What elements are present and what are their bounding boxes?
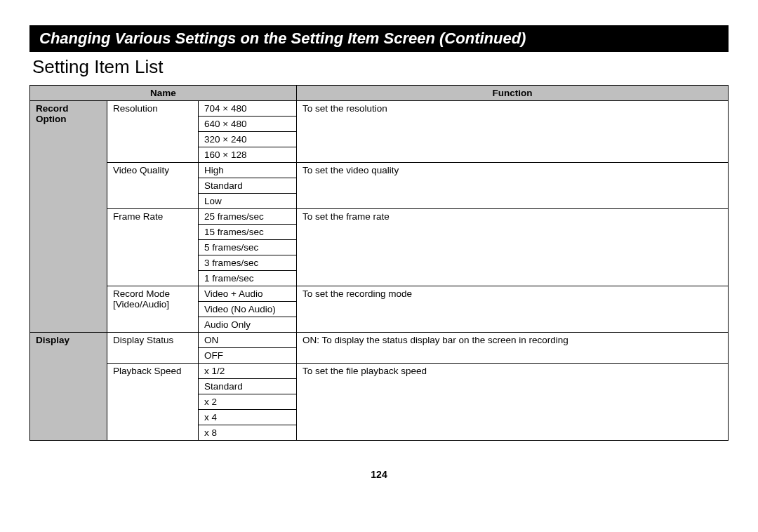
function-record-mode: To set the recording mode bbox=[297, 286, 729, 333]
option-cell: Audio Only bbox=[199, 317, 297, 333]
option-cell: 160 × 128 bbox=[199, 147, 297, 163]
option-cell: x 1/2 bbox=[199, 364, 297, 379]
option-cell: ON bbox=[199, 333, 297, 348]
setting-name-frame-rate: Frame Rate bbox=[107, 209, 199, 286]
option-cell: 5 frames/sec bbox=[199, 240, 297, 255]
option-cell: 3 frames/sec bbox=[199, 255, 297, 271]
table-row: Frame Rate 25 frames/sec To set the fram… bbox=[30, 209, 729, 225]
option-cell: Standard bbox=[199, 178, 297, 194]
table-row: Video Quality High To set the video qual… bbox=[30, 163, 729, 178]
option-cell: Standard bbox=[199, 379, 297, 394]
option-cell: 704 × 480 bbox=[199, 101, 297, 117]
option-cell: 320 × 240 bbox=[199, 132, 297, 147]
option-cell: 1 frame/sec bbox=[199, 271, 297, 286]
function-playback-speed: To set the file playback speed bbox=[297, 364, 729, 441]
setting-name-video-quality: Video Quality bbox=[107, 163, 199, 209]
section-subtitle: Setting Item List bbox=[32, 56, 729, 78]
option-cell: Low bbox=[199, 194, 297, 209]
record-mode-label-1: Record Mode bbox=[113, 288, 192, 299]
function-frame-rate: To set the frame rate bbox=[297, 209, 729, 286]
setting-name-display-status: Display Status bbox=[107, 333, 199, 364]
header-name: Name bbox=[30, 86, 297, 101]
function-video-quality: To set the video quality bbox=[297, 163, 729, 209]
option-cell: 15 frames/sec bbox=[199, 225, 297, 240]
option-cell: 25 frames/sec bbox=[199, 209, 297, 225]
table-row: Record Option Resolution 704 × 480 To se… bbox=[30, 101, 729, 117]
function-display-status: ON: To display the status display bar on… bbox=[297, 333, 729, 364]
category-record-option: Record Option bbox=[30, 101, 107, 333]
category-display: Display bbox=[30, 333, 107, 441]
option-cell: x 8 bbox=[199, 425, 297, 441]
table-row: Record Mode [Video/Audio] Video + Audio … bbox=[30, 286, 729, 302]
header-function: Function bbox=[297, 86, 729, 101]
option-cell: OFF bbox=[199, 348, 297, 364]
option-cell: x 2 bbox=[199, 394, 297, 410]
setting-name-playback-speed: Playback Speed bbox=[107, 364, 199, 441]
setting-name-record-mode: Record Mode [Video/Audio] bbox=[107, 286, 199, 333]
option-cell: Video (No Audio) bbox=[199, 302, 297, 317]
function-resolution: To set the resolution bbox=[297, 101, 729, 163]
setting-item-table: Name Function Record Option Resolution 7… bbox=[29, 85, 729, 441]
option-cell: x 4 bbox=[199, 410, 297, 425]
table-row: Playback Speed x 1/2 To set the file pla… bbox=[30, 364, 729, 379]
option-cell: 640 × 480 bbox=[199, 117, 297, 132]
page-number: 124 bbox=[29, 469, 729, 480]
table-row: Display Display Status ON ON: To display… bbox=[30, 333, 729, 348]
record-mode-label-2: [Video/Audio] bbox=[113, 299, 192, 310]
setting-name-resolution: Resolution bbox=[107, 101, 199, 163]
option-cell: High bbox=[199, 163, 297, 178]
document-page: Changing Various Settings on the Setting… bbox=[0, 0, 758, 494]
option-cell: Video + Audio bbox=[199, 286, 297, 302]
banner-title: Changing Various Settings on the Setting… bbox=[29, 25, 729, 52]
